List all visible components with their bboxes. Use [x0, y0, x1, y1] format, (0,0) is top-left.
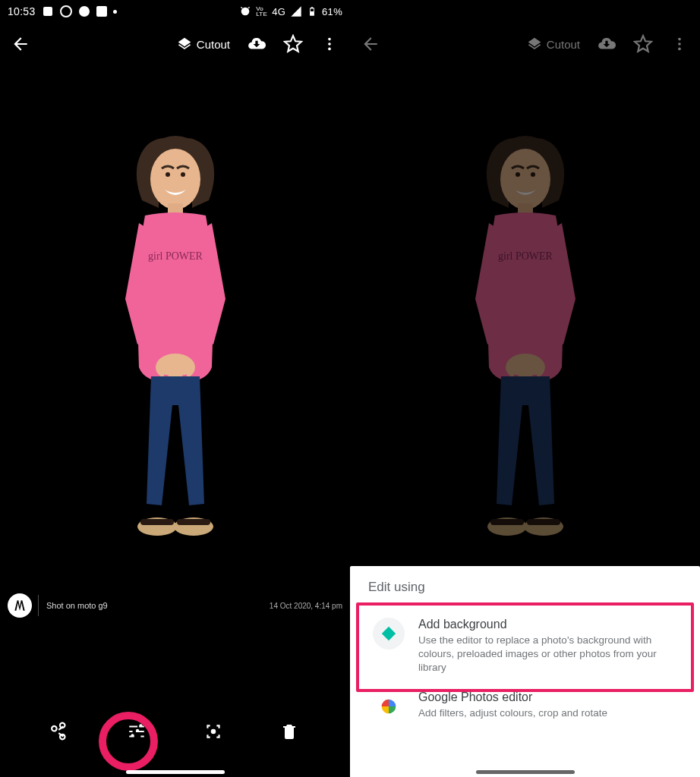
network-type: 4G	[272, 6, 285, 17]
shot-on-label: Shot on moto g9	[46, 601, 108, 610]
sheet-item-desc: Add filters, adjust colours, crop and ro…	[418, 706, 607, 720]
toolbar-right: Cutout	[350, 23, 700, 65]
google-photos-icon	[373, 690, 405, 722]
back-button[interactable]	[361, 34, 380, 54]
more-menu-button[interactable]	[320, 34, 339, 54]
camera-info: Shot on moto g9 14 Oct 2020, 4:14 pm	[8, 593, 342, 618]
lens-button[interactable]	[202, 720, 225, 743]
svg-rect-16	[43, 7, 52, 16]
notif-facebook-icon	[96, 6, 107, 17]
cloud-upload-button[interactable]	[247, 34, 266, 54]
sheet-item-google-photos[interactable]: Google Photos editor Add filters, adjust…	[368, 683, 682, 730]
action-bar	[0, 701, 350, 762]
alarm-icon	[239, 5, 251, 17]
signal-icon	[290, 5, 302, 17]
delete-button[interactable]	[278, 720, 301, 743]
home-indicator[interactable]	[476, 770, 575, 774]
sheet-title: Edit using	[368, 580, 682, 595]
photo-area-dimmed	[350, 65, 700, 642]
status-bar: 10:53 Vo LTE 4G 61%	[0, 0, 350, 23]
photo-date: 14 Oct 2020, 4:14 pm	[270, 602, 342, 610]
edit-button[interactable]	[125, 720, 148, 743]
cutout-chip[interactable]: Cutout	[527, 36, 580, 52]
svg-rect-19	[96, 6, 107, 17]
more-menu-button[interactable]	[670, 34, 689, 54]
cutout-label: Cutout	[197, 38, 230, 51]
back-button[interactable]	[11, 34, 30, 54]
notif-message-icon	[42, 5, 54, 17]
layers-icon	[527, 36, 542, 52]
cutout-photo	[92, 124, 259, 580]
status-time: 10:53	[8, 5, 36, 17]
toolbar-left: Cutout	[0, 23, 350, 65]
volte-indicator: Vo LTE	[256, 6, 267, 17]
favorite-star-button[interactable]	[283, 34, 303, 54]
share-button[interactable]	[49, 720, 72, 743]
favorite-star-button[interactable]	[633, 34, 653, 54]
sheet-item-title: Add background	[418, 618, 677, 631]
add-background-icon	[373, 618, 405, 650]
layers-icon	[177, 36, 192, 52]
notif-more-dot	[113, 10, 117, 14]
cutout-label: Cutout	[547, 38, 580, 51]
home-indicator[interactable]	[126, 770, 225, 774]
notif-whatsapp-icon	[60, 5, 72, 17]
sheet-item-title: Google Photos editor	[418, 690, 607, 704]
screen-right: Cutout Edit using Add background Use the…	[350, 0, 700, 777]
screen-left: 10:53 Vo LTE 4G 61%	[0, 0, 350, 777]
cloud-upload-button[interactable]	[597, 34, 616, 54]
battery-icon	[307, 4, 317, 19]
cutout-photo	[442, 124, 609, 580]
photo-area[interactable]	[0, 65, 350, 642]
sheet-item-desc: Use the editor to replace a photo's back…	[418, 634, 677, 675]
battery-percent: 61%	[322, 6, 342, 17]
svg-point-17	[61, 6, 71, 17]
sheet-item-add-background[interactable]: Add background Use the editor to replace…	[368, 610, 682, 683]
camera-logo	[8, 593, 32, 618]
edit-using-sheet: Edit using Add background Use the editor…	[350, 566, 700, 777]
cutout-chip[interactable]: Cutout	[177, 36, 230, 52]
notif-app-icon	[78, 5, 90, 17]
svg-point-18	[79, 6, 90, 17]
